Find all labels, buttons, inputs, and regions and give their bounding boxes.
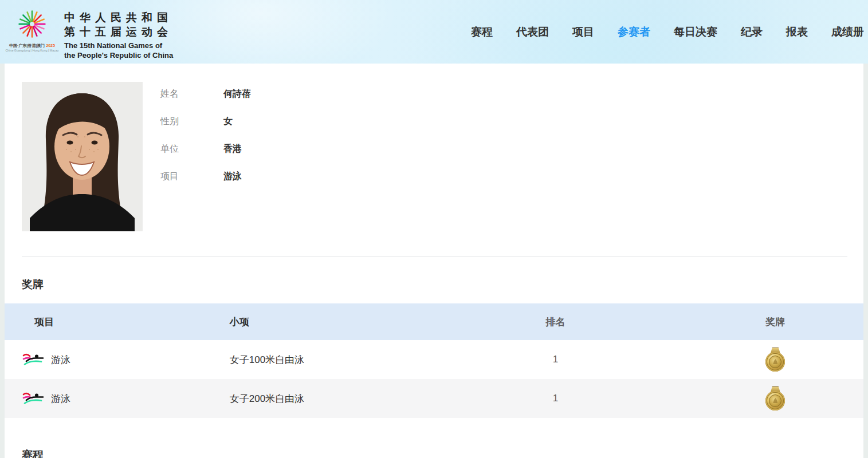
field-label: 性别 [160,116,223,128]
main-nav: 赛程 代表团 项目 参赛者 每日决赛 纪录 报表 成绩册 [471,25,868,40]
nav-item-reports[interactable]: 报表 [786,25,808,40]
athlete-profile: 姓名 何詩蓓 性别 女 单位 香港 项目 游泳 [5,64,863,231]
nav-item-records[interactable]: 纪录 [741,25,763,40]
athlete-info: 姓名 何詩蓓 性别 女 单位 香港 项目 游泳 [160,82,251,231]
info-row-unit: 单位 香港 [160,143,251,155]
info-row-name: 姓名 何詩蓓 [160,88,251,100]
nav-item-delegations[interactable]: 代表团 [516,25,549,40]
medals-table-header: 项目 小项 排名 奖牌 [5,303,863,340]
page-content: 姓名 何詩蓓 性别 女 单位 香港 项目 游泳 奖牌 项目 小项 排名 奖牌 [5,64,863,458]
swimming-icon [22,352,45,367]
section-divider [22,256,847,257]
athlete-photo [22,82,143,231]
site-logo[interactable]: 中国·广东|香港|澳门 2025 China·Guangdong | Hong … [0,3,173,60]
logo-title-en-2: the People's Republic of China [64,50,173,60]
cell-sport: 游泳 [51,353,70,366]
field-value: 何詩蓓 [223,88,251,100]
logo-title-en-1: The 15th National Games of [64,41,173,50]
field-value: 女 [223,116,233,128]
cell-sport: 游泳 [51,392,70,405]
cell-rank: 1 [424,393,688,404]
col-header-event: 小项 [230,315,424,329]
nav-item-daily-finals[interactable]: 每日决赛 [674,25,717,40]
field-label: 项目 [160,171,223,183]
col-header-sport: 项目 [5,315,230,329]
info-row-sport: 项目 游泳 [160,171,251,183]
cell-event: 女子100米自由泳 [230,353,424,366]
field-label: 单位 [160,143,223,155]
info-row-gender: 性别 女 [160,116,251,128]
gold-medal-icon [765,348,785,372]
nav-item-schedule[interactable]: 赛程 [471,25,493,40]
field-value: 香港 [223,143,242,155]
logo-location-en: China·Guangdong | Hong Kong | Macao [5,49,58,52]
logo-location-cn: 中国·广东|香港|澳门 2025 [9,43,55,49]
logo-title-cn-2: 第十五届运动会 [64,25,173,39]
nav-item-results-book[interactable]: 成绩册 [831,25,864,40]
site-header: 中国·广东|香港|澳门 2025 China·Guangdong | Hong … [0,0,868,64]
col-header-medal: 奖牌 [688,315,863,329]
swimming-icon [22,391,45,406]
col-header-rank: 排名 [424,315,688,329]
cell-event: 女子200米自由泳 [230,392,424,405]
games-emblem-icon [16,8,48,42]
cell-rank: 1 [424,354,688,365]
field-label: 姓名 [160,88,223,100]
table-row[interactable]: 游泳 女子200米自由泳 1 [5,379,863,418]
schedule-heading: 赛程 [22,448,863,458]
nav-item-participants[interactable]: 参赛者 [618,25,650,40]
medals-heading: 奖牌 [22,277,863,290]
field-value: 游泳 [223,171,242,183]
table-row[interactable]: 游泳 女子100米自由泳 1 [5,340,863,379]
gold-medal-icon [765,386,785,410]
nav-item-sports[interactable]: 项目 [572,25,594,40]
medals-table: 项目 小项 排名 奖牌 游泳 女子100米自由泳 1 [5,303,863,418]
logo-title-cn-1: 中华人民共和国 [64,10,173,25]
